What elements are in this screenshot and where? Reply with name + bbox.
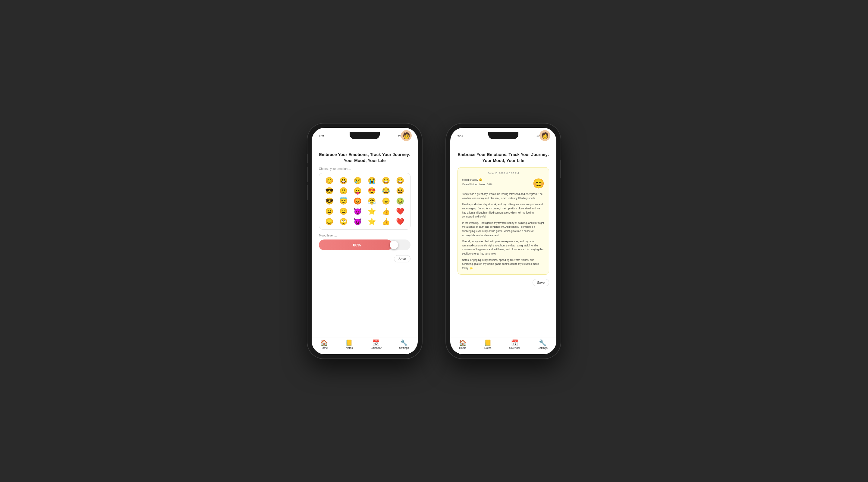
emoji-grid-1: 😊 😃 😢 😭 😀 😄 😎 🙂 😛 😍 😂 😆 — [319, 173, 410, 230]
settings-label-1: Settings — [399, 347, 409, 349]
emoji-1-6[interactable]: 😄 — [396, 176, 405, 185]
emoji-2-6[interactable]: 😆 — [396, 187, 405, 195]
avatar-1[interactable]: 🧑 — [401, 130, 412, 141]
time-2: 9:41 — [458, 134, 463, 137]
emoji-1-1[interactable]: 😊 — [324, 176, 334, 185]
phone-2-screen: 9:41 100% 🧑 Embrace Your Emotions, Track… — [450, 128, 556, 354]
note-emoji: 😊 — [532, 178, 545, 189]
phones-container: 9:41 100% 🧑 Embrace Your Emotions, Track… — [307, 124, 561, 358]
emoji-5-3[interactable]: 😈 — [353, 217, 362, 226]
emoji-3-6[interactable]: 🤢 — [396, 197, 405, 206]
calendar-label-1: Calendar — [371, 347, 382, 349]
home-icon-1: 🏠 — [320, 340, 328, 346]
emoji-1-5[interactable]: 😀 — [381, 176, 391, 185]
calendar-icon-2: 📅 — [511, 340, 518, 346]
note-para-1: Today was a great day! I woke up feeling… — [462, 192, 545, 200]
emoji-4-2[interactable]: 😑 — [339, 207, 348, 216]
nav-calendar-1[interactable]: 📅 Calendar — [371, 340, 382, 349]
note-body: Today was a great day! I woke up feeling… — [462, 192, 545, 270]
phone-2: 9:41 100% 🧑 Embrace Your Emotions, Track… — [446, 124, 561, 358]
emoji-1-3[interactable]: 😢 — [353, 176, 362, 185]
note-header: Mood: Happy 😊 Overall Mood Level: 80% 😊 — [462, 178, 545, 189]
mood-slider-1[interactable]: 80% — [319, 239, 410, 250]
phone-1: 9:41 100% 🧑 Embrace Your Emotions, Track… — [307, 124, 422, 358]
bottom-nav-1: 🏠 Home 📒 Notes 📅 Calendar 🔧 Settings — [312, 337, 418, 354]
emoji-3-1[interactable]: 😎 — [324, 197, 334, 206]
emoji-5-6[interactable]: ❤️ — [396, 217, 405, 226]
nav-settings-2[interactable]: 🔧 Settings — [538, 340, 548, 349]
app-title-2: Embrace Your Emotions, Track Your Journe… — [458, 152, 549, 164]
note-card-1: June 13, 2023 at 5:07 PM Mood: Happy 😊 O… — [458, 167, 549, 275]
emoji-4-5[interactable]: 👍 — [381, 207, 391, 216]
avatar-2[interactable]: 🧑 — [539, 130, 550, 141]
emoji-4-4[interactable]: ⭐ — [367, 207, 376, 216]
save-button-1[interactable]: Save — [394, 255, 410, 262]
save-area-1: Save — [319, 255, 410, 262]
calendar-icon-1: 📅 — [372, 340, 380, 346]
save-button-2[interactable]: Save — [532, 279, 549, 286]
emoji-2-3[interactable]: 😛 — [353, 187, 362, 195]
nav-notes-1[interactable]: 📒 Notes — [345, 340, 353, 349]
emoji-2-2[interactable]: 🙂 — [339, 187, 348, 195]
notes-label-1: Notes — [346, 347, 353, 349]
emoji-5-1[interactable]: 😞 — [324, 217, 334, 226]
slider-thumb-1[interactable] — [390, 241, 398, 249]
note-date: June 13, 2023 at 5:07 PM — [462, 172, 545, 175]
notes-label-2: Notes — [484, 347, 492, 349]
screen-content-2[interactable]: Embrace Your Emotions, Track Your Journe… — [450, 140, 556, 337]
emoji-5-5[interactable]: 👍 — [381, 217, 391, 226]
nav-home-2[interactable]: 🏠 Home — [459, 340, 467, 349]
home-label-1: Home — [321, 347, 328, 349]
save-area-2: Save — [458, 279, 549, 286]
bottom-nav-2: 🏠 Home 📒 Notes 📅 Calendar 🔧 Settings — [450, 337, 556, 354]
note-para-3: In the evening, I indulged in my favorit… — [462, 221, 545, 237]
mood-level-2: Overall Mood Level: 80% — [462, 182, 493, 187]
home-icon-2: 🏠 — [459, 340, 467, 346]
notes-icon-1: 📒 — [345, 340, 353, 346]
calendar-label-2: Calendar — [509, 347, 521, 349]
emoji-2-5[interactable]: 😂 — [381, 187, 391, 195]
phone-1-screen: 9:41 100% 🧑 Embrace Your Emotions, Track… — [312, 128, 418, 354]
emoji-row-5: 😞 🙄 😈 ⭐ 👍 ❤️ — [322, 217, 407, 226]
choose-label-1: Choose your emotion.... — [319, 167, 410, 170]
nav-calendar-2[interactable]: 📅 Calendar — [509, 340, 521, 349]
settings-icon-2: 🔧 — [539, 340, 547, 346]
emoji-row-3: 😎 😇 😡 😤 😠 🤢 — [322, 197, 407, 206]
time-1: 9:41 — [319, 134, 324, 137]
emoji-1-4[interactable]: 😭 — [367, 176, 376, 185]
emoji-3-5[interactable]: 😠 — [381, 197, 391, 206]
emoji-row-1: 😊 😃 😢 😭 😀 😄 — [322, 176, 407, 185]
emoji-4-3[interactable]: 😈 — [353, 207, 362, 216]
note-para-2: I had a productive day at work, and my c… — [462, 202, 545, 219]
mood-label-1: Mood level.... — [319, 234, 410, 237]
emoji-4-6[interactable]: ❤️ — [396, 207, 405, 216]
slider-value-1: 80% — [353, 243, 361, 247]
nav-settings-1[interactable]: 🔧 Settings — [399, 340, 409, 349]
mood-label-2: Mood: Happy 😊 — [462, 178, 493, 182]
emoji-5-4[interactable]: ⭐ — [367, 217, 376, 226]
emoji-4-1[interactable]: 😐 — [324, 207, 334, 216]
app-title-1: Embrace Your Emotions, Track Your Journe… — [319, 152, 410, 164]
emoji-3-3[interactable]: 😡 — [353, 197, 362, 206]
emoji-3-2[interactable]: 😇 — [339, 197, 348, 206]
emoji-2-1[interactable]: 😎 — [324, 187, 334, 195]
note-para-5: Notes: Engaging in my hobbies, spending … — [462, 258, 545, 270]
emoji-row-2: 😎 🙂 😛 😍 😂 😆 — [322, 187, 407, 195]
screen-content-1[interactable]: Embrace Your Emotions, Track Your Journe… — [312, 140, 418, 337]
emoji-2-4[interactable]: 😍 — [367, 187, 376, 195]
note-para-4: Overall, today was filled with positive … — [462, 239, 545, 256]
emoji-3-4[interactable]: 😤 — [367, 197, 376, 206]
home-label-2: Home — [459, 347, 467, 349]
note-mood-info: Mood: Happy 😊 Overall Mood Level: 80% — [462, 178, 493, 187]
emoji-1-2[interactable]: 😃 — [339, 176, 348, 185]
emoji-5-2[interactable]: 🙄 — [339, 217, 348, 226]
slider-fill-1: 80% — [319, 239, 392, 250]
settings-icon-1: 🔧 — [400, 340, 408, 346]
nav-home-1[interactable]: 🏠 Home — [320, 340, 328, 349]
settings-label-2: Settings — [538, 347, 548, 349]
emoji-row-4: 😐 😑 😈 ⭐ 👍 ❤️ — [322, 207, 407, 216]
nav-notes-2[interactable]: 📒 Notes — [484, 340, 492, 349]
notes-icon-2: 📒 — [484, 340, 492, 346]
